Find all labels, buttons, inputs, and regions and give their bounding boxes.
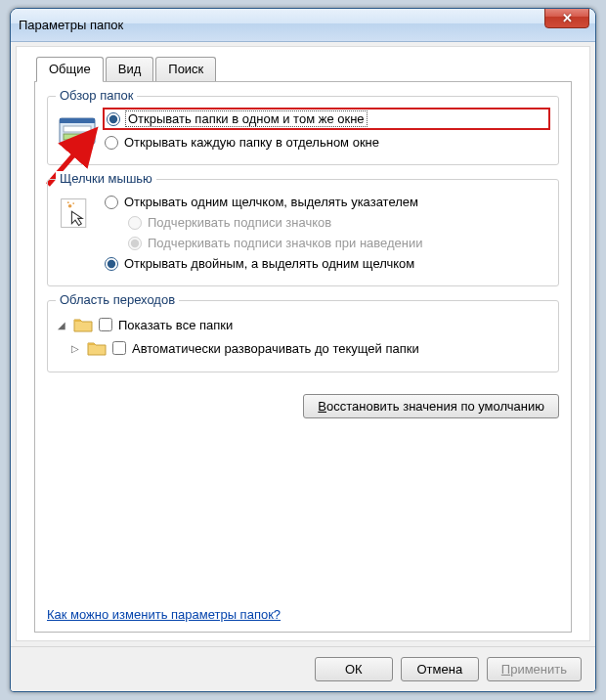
tab-search[interactable]: Поиск (155, 57, 216, 82)
group-browse-folders-title: Обзор папок (56, 88, 137, 103)
svg-point-7 (67, 201, 69, 203)
radio-same-window-label: Открывать папки в одном и том же окне (126, 111, 367, 126)
svg-rect-1 (60, 118, 95, 123)
radio-underline-hover-label: Подчеркивать подписи значков при наведен… (148, 236, 423, 250)
folder-icon (73, 316, 93, 333)
group-click-items-title: Щелчки мышью (56, 171, 156, 186)
radio-single-click-row[interactable]: Открывать одним щелчком, выделять указат… (105, 192, 548, 212)
apply-button: Применить (487, 657, 582, 681)
svg-rect-2 (64, 126, 91, 132)
radio-new-window-row[interactable]: Открывать каждую папку в отдельном окне (105, 132, 548, 153)
svg-point-8 (72, 202, 74, 204)
tree-collapse-icon[interactable]: ◢ (58, 320, 67, 330)
group-click-items: Щелчки мышью От (47, 179, 559, 286)
folder-icon (87, 339, 107, 357)
dialog-body: Общие Вид Поиск Обзор папок (16, 46, 590, 641)
radio-underline-hover-row: Подчеркивать подписи значков при наведен… (105, 233, 548, 253)
radio-underline-always-row: Подчеркивать подписи значков (105, 212, 548, 233)
tree-expand-icon[interactable]: ▷ (71, 343, 81, 354)
window-title: Параметры папок (19, 18, 123, 32)
group-navigation-pane-title: Область переходов (56, 292, 179, 307)
tab-panel-general: Обзор папок Открывать папки в (34, 81, 572, 633)
cancel-button[interactable]: Отмена (401, 657, 479, 681)
checkbox-show-all-folders-row[interactable]: ◢ Показать все папки (58, 313, 548, 336)
folder-options-window: Параметры папок ✕ Общие Вид Поиск Обзор … (10, 8, 596, 692)
tab-general[interactable]: Общие (36, 57, 104, 82)
radio-double-click-row[interactable]: Открывать двойным, а выделять одним щелч… (105, 253, 548, 274)
click-items-icon (58, 192, 105, 234)
browse-folders-icon (58, 109, 105, 149)
restore-defaults-label: осстановить значения по умолчанию (326, 399, 544, 414)
radio-new-window[interactable] (105, 136, 118, 150)
radio-single-click[interactable] (105, 196, 118, 209)
group-navigation-pane: Область переходов ◢ Показать все папки ▷ (47, 300, 559, 372)
svg-point-6 (68, 204, 72, 208)
restore-defaults-button[interactable]: Восстановить значения по умолчанию (303, 394, 559, 418)
radio-same-window-row[interactable]: Открывать папки в одном и том же окне (103, 108, 550, 130)
ok-button[interactable]: ОК (315, 657, 393, 681)
close-button[interactable]: ✕ (544, 8, 589, 28)
help-link[interactable]: Как можно изменить параметры папок? (47, 607, 559, 622)
checkbox-auto-expand-label: Автоматически разворачивать до текущей п… (132, 341, 419, 356)
dialog-button-row: ОК Отмена Применить (11, 646, 595, 691)
radio-double-click-label: Открывать двойным, а выделять одним щелч… (124, 256, 414, 271)
radio-single-click-label: Открывать одним щелчком, выделять указат… (124, 195, 418, 209)
tab-view[interactable]: Вид (106, 57, 154, 82)
radio-same-window[interactable] (107, 112, 120, 126)
radio-double-click[interactable] (105, 257, 118, 271)
checkbox-show-all-folders-label: Показать все папки (118, 318, 233, 332)
checkbox-auto-expand-row[interactable]: ▷ Автоматически разворачивать до текущей… (58, 336, 548, 360)
checkbox-show-all-folders[interactable] (99, 318, 112, 331)
checkbox-auto-expand[interactable] (112, 341, 126, 355)
svg-rect-3 (64, 134, 91, 140)
radio-underline-always-label: Подчеркивать подписи значков (148, 215, 331, 230)
tabstrip: Общие Вид Поиск (34, 57, 572, 82)
close-icon: ✕ (562, 11, 573, 25)
group-browse-folders: Обзор папок Открывать папки в (47, 96, 559, 165)
radio-new-window-label: Открывать каждую папку в отдельном окне (124, 135, 379, 150)
titlebar[interactable]: Параметры папок ✕ (11, 9, 595, 42)
radio-underline-always (128, 216, 142, 230)
radio-underline-hover (128, 237, 142, 250)
